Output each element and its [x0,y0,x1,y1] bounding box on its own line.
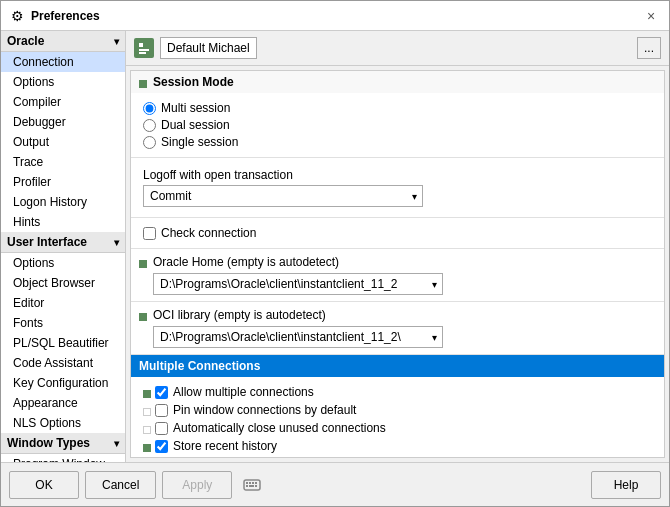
svg-rect-11 [255,485,257,487]
multiple-connections-title: Multiple Connections [139,359,260,373]
svg-rect-2 [139,49,149,51]
sidebar-item-profiler[interactable]: Profiler [1,172,125,192]
session-mode-section: Session Mode Multi session Dual session [131,71,664,158]
oci-library-label: OCI library (empty is autodetect) [153,308,326,322]
right-panel: Default Michael ... Session Mode [126,31,669,462]
sidebar-group-window-types[interactable]: Window Types ▾ [1,433,125,454]
sidebar-item-object-browser[interactable]: Object Browser [1,273,125,293]
session-mode-title: Session Mode [153,75,234,89]
oracle-home-indicator [139,260,147,268]
radio-dual-session[interactable]: Dual session [143,118,652,132]
store-history-checkbox[interactable]: Store recent history [155,439,277,453]
multiple-connections-section: Multiple Connections Allow multiple conn… [131,355,664,458]
chevron-down-icon-wt: ▾ [114,438,119,449]
sidebar-group-ui[interactable]: User Interface ▾ [1,232,125,253]
sidebar-item-code-assistant[interactable]: Code Assistant [1,353,125,373]
svg-rect-3 [139,52,146,54]
session-mode-indicator [139,80,147,88]
sidebar-group-oracle[interactable]: Oracle ▾ [1,31,125,52]
help-button[interactable]: Help [591,471,661,499]
sidebar: Oracle ▾ Connection Options Compiler Deb… [1,31,126,462]
pin-window-checkbox[interactable]: Pin window connections by default [155,403,356,417]
preferences-window: ⚙ Preferences × Oracle ▾ Connection Opti… [0,0,670,507]
profile-dropdown[interactable]: Default Michael [160,37,257,59]
check-connection-checkbox[interactable]: Check connection [143,224,652,242]
main-content: Oracle ▾ Connection Options Compiler Deb… [1,31,669,462]
apply-button[interactable]: Apply [162,471,232,499]
sidebar-item-key-configuration[interactable]: Key Configuration [1,373,125,393]
allow-multiple-indicator [143,390,151,398]
profile-more-button[interactable]: ... [637,37,661,59]
oracle-home-section: Oracle Home (empty is autodetect) D:\Pro… [131,249,664,302]
window-title: Preferences [31,9,100,23]
sidebar-item-trace[interactable]: Trace [1,152,125,172]
pin-window-indicator [143,408,151,416]
sidebar-item-output[interactable]: Output [1,132,125,152]
oracle-home-label: Oracle Home (empty is autodetect) [153,255,339,269]
oci-library-select[interactable]: D:\Programs\Oracle\client\instantclient_… [153,326,443,348]
svg-rect-7 [252,482,254,484]
keyboard-icon [242,475,262,495]
app-icon: ⚙ [9,8,25,24]
svg-rect-8 [255,482,257,484]
bottom-bar: OK Cancel Apply Help [1,462,669,506]
logoff-section: Logoff with open transaction Commit Roll… [131,158,664,218]
allow-multiple-checkbox[interactable]: Allow multiple connections [155,385,314,399]
oracle-home-select[interactable]: D:\Programs\Oracle\client\instantclient_… [153,273,443,295]
svg-rect-9 [246,485,248,487]
sidebar-item-program-window[interactable]: Program Window [1,454,125,462]
logoff-label: Logoff with open transaction [143,168,652,182]
oracle-home-wrapper: D:\Programs\Oracle\client\instantclient_… [153,273,443,295]
session-mode-radio-group: Multi session Dual session Single sessio… [143,99,652,151]
sidebar-item-compiler[interactable]: Compiler [1,92,125,112]
oci-library-section: OCI library (empty is autodetect) D:\Pro… [131,302,664,355]
sidebar-item-connection[interactable]: Connection [1,52,125,72]
oci-library-indicator [139,313,147,321]
sidebar-item-plsql-beautifier[interactable]: PL/SQL Beautifier [1,333,125,353]
sidebar-item-ui-options[interactable]: Options [1,253,125,273]
logoff-field-group: Logoff with open transaction Commit Roll… [143,164,652,211]
auto-close-checkbox[interactable]: Automatically close unused connections [155,421,386,435]
auto-close-indicator [143,426,151,434]
sidebar-item-nls-options[interactable]: NLS Options [1,413,125,433]
profile-bar: Default Michael ... [126,31,669,66]
oci-library-wrapper: D:\Programs\Oracle\client\instantclient_… [153,326,443,348]
check-connection-section: Check connection [131,218,664,249]
session-mode-header: Session Mode [131,71,664,93]
sidebar-item-options[interactable]: Options [1,72,125,92]
logoff-select-wrapper: Commit Rollback Ask [143,185,423,207]
svg-rect-6 [249,482,251,484]
check-connection-body: Check connection [131,218,664,248]
chevron-down-icon: ▾ [114,36,119,47]
sidebar-item-appearance[interactable]: Appearance [1,393,125,413]
store-history-indicator [143,444,151,452]
ok-button[interactable]: OK [9,471,79,499]
sidebar-item-hints[interactable]: Hints [1,212,125,232]
chevron-down-icon-ui: ▾ [114,237,119,248]
logoff-body: Logoff with open transaction Commit Roll… [131,158,664,217]
session-mode-body: Multi session Dual session Single sessio… [131,93,664,157]
radio-single-session[interactable]: Single session [143,135,652,149]
multiple-connections-body: Allow multiple connections Pin window co… [131,377,664,458]
sidebar-item-debugger[interactable]: Debugger [1,112,125,132]
radio-multi-session[interactable]: Multi session [143,101,652,115]
title-bar: ⚙ Preferences × [1,1,669,31]
sidebar-item-fonts[interactable]: Fonts [1,313,125,333]
profile-select-wrapper: Default Michael [160,37,631,59]
profile-icon [134,38,154,58]
settings-area: Session Mode Multi session Dual session [130,70,665,458]
svg-rect-10 [249,485,254,487]
svg-rect-5 [246,482,248,484]
multiple-connections-header: Multiple Connections [131,355,664,377]
close-button[interactable]: × [641,6,661,26]
svg-rect-1 [139,43,143,47]
cancel-button[interactable]: Cancel [85,471,156,499]
sidebar-item-editor[interactable]: Editor [1,293,125,313]
sidebar-item-logon-history[interactable]: Logon History [1,192,125,212]
logoff-select[interactable]: Commit Rollback Ask [143,185,423,207]
